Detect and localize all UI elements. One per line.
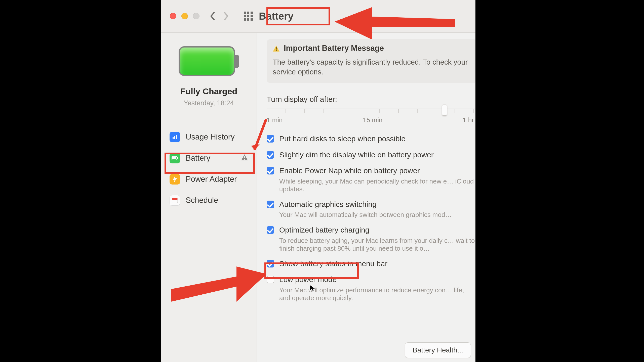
tick-min: 1 min bbox=[267, 116, 283, 124]
slider-thumb[interactable] bbox=[442, 105, 447, 116]
titlebar: Battery bbox=[161, 0, 475, 33]
sidebar-items: Usage History Battery Power Adapter bbox=[161, 130, 257, 207]
battery-status-time: Yesterday, 18:24 bbox=[184, 99, 234, 107]
sidebar-item-label: Power Adapter bbox=[186, 175, 237, 184]
opt-label: Optimized battery charging bbox=[279, 225, 475, 235]
zoom-window-button[interactable] bbox=[193, 13, 199, 19]
sidebar-item-label: Usage History bbox=[186, 132, 235, 142]
checkbox[interactable] bbox=[267, 201, 274, 208]
opt-desc: To reduce battery aging, your Mac learns… bbox=[279, 237, 475, 252]
calendar-icon bbox=[170, 195, 180, 206]
battery-options: Put hard disks to sleep when possible Sl… bbox=[267, 134, 475, 302]
opt-dim-display[interactable]: Slightly dim the display while on batter… bbox=[267, 150, 475, 160]
opt-desc: Your Mac will optimize performance to re… bbox=[279, 286, 475, 302]
sidebar-item-power-adapter[interactable]: Power Adapter bbox=[170, 172, 247, 186]
checkbox[interactable] bbox=[267, 226, 274, 234]
opt-sleep-hard-disks[interactable]: Put hard disks to sleep when possible bbox=[267, 134, 475, 144]
opt-power-nap[interactable]: Enable Power Nap while on battery power … bbox=[267, 166, 475, 193]
opt-label: Show battery status in menu bar bbox=[279, 259, 387, 268]
checkbox[interactable] bbox=[267, 167, 274, 174]
warning-icon bbox=[241, 154, 248, 162]
title-group[interactable]: Battery bbox=[240, 9, 299, 23]
sidebar: Fully Charged Yesterday, 18:24 Usage His… bbox=[161, 33, 257, 362]
message-title: Important Battery Message bbox=[284, 44, 384, 53]
message-body: The battery's capacity is significantly … bbox=[273, 57, 471, 77]
warning-triangle-icon bbox=[273, 45, 280, 52]
svg-rect-5 bbox=[172, 157, 176, 159]
screenshot-window: Battery Fully Charged Yesterday, 18:24 U… bbox=[161, 0, 475, 362]
svg-rect-14 bbox=[276, 47, 276, 50]
svg-rect-9 bbox=[244, 159, 245, 160]
opt-optimized-charging[interactable]: Optimized battery charging To reduce bat… bbox=[267, 225, 475, 252]
chart-icon bbox=[170, 132, 180, 142]
checkbox[interactable] bbox=[267, 276, 274, 283]
svg-rect-6 bbox=[177, 157, 178, 159]
tick-mid: 15 min bbox=[363, 116, 382, 124]
bolt-icon bbox=[170, 174, 180, 185]
display-off-label: Turn display off after: bbox=[267, 95, 475, 104]
display-off-slider[interactable]: 1 min 15 min 1 hr bbox=[267, 109, 475, 124]
window-title: Battery bbox=[259, 11, 294, 22]
sidebar-item-usage-history[interactable]: Usage History bbox=[170, 130, 247, 144]
svg-rect-15 bbox=[276, 50, 276, 51]
opt-label: Put hard disks to sleep when possible bbox=[279, 134, 406, 144]
svg-rect-1 bbox=[173, 137, 174, 139]
opt-desc: While sleeping, your Mac can periodicall… bbox=[279, 177, 475, 193]
forward-button[interactable] bbox=[223, 11, 230, 21]
opt-label: Automatic graphics switching bbox=[279, 200, 452, 209]
stage: Battery Fully Charged Yesterday, 18:24 U… bbox=[0, 0, 644, 362]
opt-label: Enable Power Nap while on battery power bbox=[279, 166, 475, 175]
sidebar-item-schedule[interactable]: Schedule bbox=[170, 194, 247, 207]
checkbox[interactable] bbox=[267, 135, 274, 143]
battery-status: Fully Charged bbox=[180, 86, 237, 96]
checkbox[interactable] bbox=[267, 260, 274, 267]
apps-grid-icon bbox=[244, 12, 253, 21]
checkbox[interactable] bbox=[267, 151, 274, 159]
svg-rect-8 bbox=[244, 156, 245, 158]
window-controls bbox=[170, 13, 199, 19]
main-panel: Important Battery Message The battery's … bbox=[258, 33, 475, 362]
svg-rect-2 bbox=[174, 136, 175, 139]
sidebar-item-label: Battery bbox=[186, 154, 210, 163]
battery-large-icon bbox=[179, 46, 239, 76]
sidebar-item-label: Schedule bbox=[186, 196, 218, 205]
sidebar-item-battery[interactable]: Battery bbox=[170, 151, 247, 165]
opt-auto-graphics[interactable]: Automatic graphics switching Your Mac wi… bbox=[267, 200, 475, 219]
opt-desc: Your Mac will automatically switch betwe… bbox=[279, 211, 452, 219]
opt-label: Low power mode bbox=[279, 275, 475, 284]
svg-rect-3 bbox=[176, 135, 177, 139]
battery-health-button[interactable]: Battery Health... bbox=[405, 342, 471, 358]
opt-menu-bar-status[interactable]: Show battery status in menu bar bbox=[267, 259, 475, 268]
opt-low-power-mode[interactable]: Low power mode Your Mac will optimize pe… bbox=[267, 275, 475, 302]
svg-marker-10 bbox=[173, 176, 177, 183]
battery-icon bbox=[170, 153, 180, 163]
svg-rect-12 bbox=[172, 198, 178, 200]
slider-tick-labels: 1 min 15 min 1 hr bbox=[267, 116, 475, 124]
opt-label: Slightly dim the display while on batter… bbox=[279, 150, 434, 160]
back-button[interactable] bbox=[209, 11, 216, 21]
close-window-button[interactable] bbox=[170, 13, 176, 19]
minimize-window-button[interactable] bbox=[181, 13, 188, 19]
slider-track bbox=[267, 109, 475, 112]
tick-max: 1 hr bbox=[463, 116, 474, 124]
important-message: Important Battery Message The battery's … bbox=[267, 39, 475, 83]
